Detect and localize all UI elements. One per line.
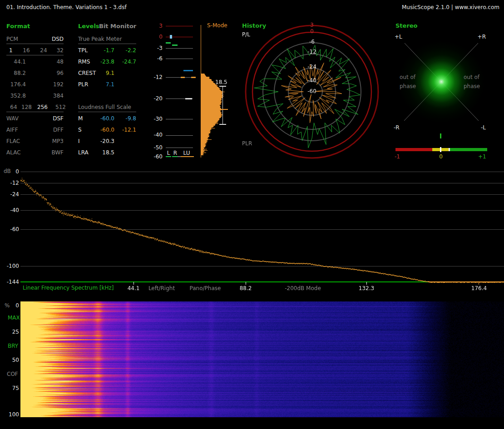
mode-200db[interactable]: -200dB Mode (280, 285, 326, 291)
meter-line (166, 148, 193, 148)
spectrum-xtick: 44.1 (124, 285, 143, 291)
divider (6, 55, 64, 55)
window-title: 01. Introduction. Theme. Variations 1 - … (6, 4, 127, 10)
smode-histogram (201, 24, 233, 159)
spectrogram-ytick: 25 (5, 329, 19, 335)
history-ring-label: 0 (303, 28, 321, 35)
format-bitdepth-24: 24 (40, 47, 47, 54)
format-rate: 192 (45, 81, 64, 88)
history-ring-label: 3 (303, 22, 321, 28)
format-container: WAV (6, 115, 19, 122)
spectrum-trace (20, 168, 504, 284)
out-of-phase-right-2: phase (464, 83, 480, 89)
format-container: AIFF (6, 127, 18, 133)
rms-label: RMS (78, 59, 90, 65)
spectrum-ytick: -12 (4, 180, 19, 186)
format-container: BWF (45, 149, 64, 156)
shortterm-value-left: -60.0 (95, 127, 114, 133)
format-pcm-indicator: PCM (6, 36, 18, 42)
format-bitdepth-1: 1 (9, 47, 13, 54)
meter-scale-label: -40 (151, 132, 163, 138)
format-rate: 352.8 (6, 93, 26, 99)
integrated-mark (185, 98, 192, 99)
marker-cof: COF (7, 371, 18, 377)
meter-scale-label: 0 (151, 34, 163, 40)
lra-bracket-mid (218, 109, 228, 110)
crest-label: CREST (78, 70, 96, 76)
spectrum-ytick: 0 (4, 168, 19, 175)
spectrum-xtick: 88.2 (237, 285, 255, 291)
format-dsd-rate: 64 (10, 104, 17, 110)
history-ring-label: -6 (303, 39, 321, 45)
lra-bracket-top (219, 86, 226, 87)
channel-label-lu: LU (181, 150, 192, 156)
meter-scale-label: -3 (151, 45, 163, 51)
correlation-value-marker (449, 148, 450, 151)
lra-label: LRA (78, 149, 89, 156)
history-ring-label: -40 (303, 77, 321, 84)
format-container: MP3 (45, 138, 64, 144)
tab-levels[interactable]: Levels (78, 23, 99, 30)
spectrogram-image (20, 301, 504, 417)
brand-label: MusicScope 2.1.0 | www.xivero.com (390, 4, 499, 10)
crest-value: 9.1 (95, 70, 114, 76)
correlation-zero-marker (440, 147, 441, 152)
xaxis-tick (366, 282, 367, 285)
format-dsd-rate: 512 (55, 104, 64, 110)
meter-base-right (172, 156, 178, 157)
spectrum-ytick: -40 (4, 207, 19, 213)
format-rate: 88.2 (6, 70, 26, 76)
channel-label-left: L (165, 150, 172, 156)
tpl-label: TPL (78, 47, 88, 54)
mode-pano-phase[interactable]: Pano/Phase (187, 285, 223, 291)
out-of-phase-left-2: phase (400, 83, 416, 89)
divider (78, 44, 136, 44)
meter-line (166, 59, 193, 59)
spectrum-ytick: -100 (4, 263, 19, 269)
history-bottom-label: PLR (242, 140, 252, 147)
history-ring-label: -12 (303, 49, 321, 55)
shortterm-mark-b (191, 77, 196, 78)
mode-left-right[interactable]: Left/Right (143, 285, 180, 291)
rms-value-right: -24.7 (115, 59, 136, 65)
spectrum-xtick: 132.3 (357, 285, 376, 291)
history-ring-label: -24 (303, 64, 321, 70)
correlation-bar-positive (450, 148, 487, 151)
out-of-phase-right-1: out of (464, 74, 479, 80)
format-rate: 176.4 (6, 81, 26, 88)
goniometer-corner-minus-r: -R (394, 124, 400, 131)
goniometer-corner-plus-r: +R (472, 34, 486, 40)
meter-line (166, 48, 193, 49)
meter-base-left (166, 156, 171, 157)
history-ring-label: -60 (303, 88, 321, 94)
meter-scale-label: -50 (151, 144, 163, 151)
format-bitdepth-16: 16 (23, 47, 30, 54)
tab-bit-monitor[interactable]: Bit Monitor (99, 23, 136, 30)
spectrogram-ytick: 50 (5, 357, 19, 363)
xaxis-tick (133, 282, 134, 285)
goniometer-corner-plus-l: +L (395, 34, 402, 40)
musicscope-window: 01. Introduction. Theme. Variations 1 - … (0, 0, 504, 429)
momentary-value-right: -9.8 (115, 115, 136, 122)
true-peak-meter-heading: True Peak Meter (78, 36, 122, 42)
format-panel-title: Format (6, 23, 30, 30)
meter-line (166, 135, 193, 136)
xaxis-tick (246, 282, 246, 285)
history-panel-title: History (242, 23, 266, 29)
marker-max: MAX (8, 315, 20, 321)
meter-scale-label: -6 (151, 55, 163, 62)
spectrogram-ytick: 0 (5, 302, 19, 309)
plr-value: 7.1 (95, 81, 114, 88)
xaxis-tick (479, 282, 479, 285)
format-rate: 96 (45, 70, 64, 76)
format-rate: 44.1 (6, 59, 26, 65)
rms-value-left: -23.8 (95, 59, 114, 65)
balance-indicator (440, 133, 441, 138)
meter-base-gap (178, 156, 181, 157)
momentary-label: M (78, 115, 83, 122)
history-top-label: P/L (242, 31, 250, 38)
meter-scale-label: 3 (151, 23, 163, 29)
spectrogram-ytick: 75 (5, 385, 19, 391)
meter-scale-label: -12 (151, 74, 163, 80)
plr-label: PLR (78, 81, 88, 88)
